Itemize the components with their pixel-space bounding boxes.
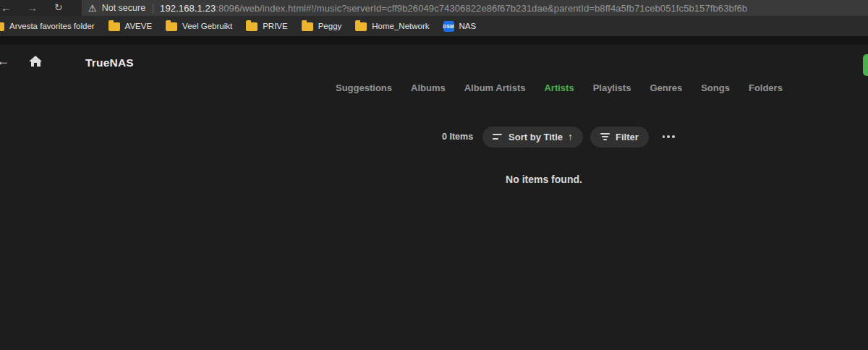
- tab-playlists[interactable]: Playlists: [593, 82, 631, 93]
- sort-button-label: Sort by Title: [509, 132, 563, 142]
- sort-icon: [493, 134, 502, 140]
- warning-icon: ⚠: [88, 4, 97, 13]
- tab-songs[interactable]: Songs: [701, 82, 730, 93]
- address-bar[interactable]: ⚠ Not secure 192.168.1.23:8096/web/index…: [82, 0, 868, 16]
- folder-icon: [246, 22, 258, 31]
- security-label[interactable]: Not secure: [102, 3, 145, 13]
- bookmark-label: AVEVE: [125, 22, 153, 30]
- folder-icon: [109, 22, 120, 31]
- browser-back-icon[interactable]: ←: [1, 0, 12, 16]
- folder-icon: [166, 22, 177, 31]
- dsm-icon: DSM: [443, 21, 454, 32]
- folder-icon: [0, 22, 4, 31]
- tab-suggestions[interactable]: Suggestions: [336, 82, 392, 93]
- sort-button[interactable]: Sort by Title ↑: [482, 127, 583, 148]
- bookmark-label: PRIVE: [263, 22, 288, 30]
- library-tabs: Suggestions Albums Album Artists Artists…: [336, 82, 783, 93]
- bookmark-veel-gebruikt[interactable]: Veel Gebruikt: [166, 21, 232, 31]
- sort-ascending-icon: ↑: [568, 131, 573, 142]
- url-text: 192.168.1.23:8096/web/index.html#!/music…: [160, 3, 747, 14]
- browser-refresh-icon[interactable]: ↻: [54, 0, 63, 16]
- tab-album-artists[interactable]: Album Artists: [464, 82, 526, 93]
- app-top-strip: [0, 36, 868, 45]
- browser-forward-icon[interactable]: →: [27, 0, 38, 16]
- bookmark-arvesta[interactable]: Arvesta favorites folder: [0, 21, 95, 31]
- bookmark-peggy[interactable]: Peggy: [302, 21, 342, 31]
- empty-state-message: No items found.: [472, 174, 616, 185]
- page-title: TrueNAS: [85, 56, 134, 69]
- bookmark-nas[interactable]: DSM NAS: [443, 21, 477, 32]
- bookmark-label: Veel Gebruikt: [182, 22, 232, 30]
- music-app-page: ← TrueNAS Suggestions Albums Album Artis…: [0, 36, 868, 350]
- tab-folders[interactable]: Folders: [749, 82, 783, 93]
- bookmark-prive[interactable]: PRIVE: [246, 21, 288, 31]
- url-host: 192.168.1.23: [160, 3, 216, 14]
- browser-toolbar: ← → ↻ ⚠ Not secure 192.168.1.23:8096/web…: [0, 0, 868, 16]
- bookmark-label: NAS: [459, 22, 477, 30]
- more-icon: [672, 135, 675, 138]
- list-toolbar: 0 Items Sort by Title ↑ Filter: [442, 126, 676, 148]
- bookmark-label: Peggy: [318, 22, 342, 30]
- more-icon: [663, 135, 665, 138]
- filter-button[interactable]: Filter: [590, 127, 649, 148]
- tab-artists[interactable]: Artists: [544, 82, 574, 93]
- folder-icon: [355, 22, 367, 31]
- bookmark-label: Arvesta favorites folder: [9, 22, 95, 30]
- bookmark-home-network[interactable]: Home_Network: [355, 21, 429, 31]
- folder-icon: [302, 22, 313, 31]
- app-back-icon[interactable]: ←: [0, 54, 9, 67]
- omnibox-divider: [153, 4, 153, 13]
- items-count: 0 Items: [442, 132, 473, 142]
- tab-genres[interactable]: Genres: [650, 82, 682, 93]
- edge-green-button[interactable]: [863, 54, 868, 76]
- bookmark-aveve[interactable]: AVEVE: [109, 21, 153, 31]
- bookmark-label: Home_Network: [372, 22, 429, 30]
- filter-button-label: Filter: [616, 132, 639, 142]
- more-button[interactable]: [661, 132, 676, 141]
- more-icon: [667, 135, 670, 138]
- home-button[interactable]: [29, 56, 42, 67]
- tab-albums[interactable]: Albums: [411, 82, 446, 93]
- bookmarks-bar: Arvesta favorites folder AVEVE Veel Gebr…: [0, 16, 868, 36]
- url-path: :8096/web/index.html#!/music?serverId=cf…: [216, 3, 747, 14]
- filter-icon: [600, 133, 610, 140]
